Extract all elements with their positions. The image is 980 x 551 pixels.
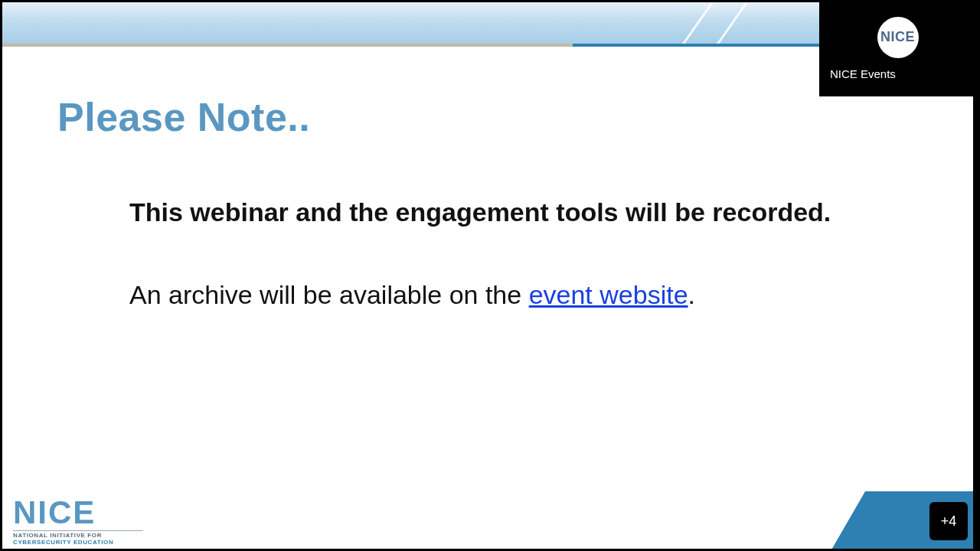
body-line-archive-post: . <box>688 280 695 309</box>
more-participants-badge[interactable]: +4 <box>929 502 968 540</box>
slide-body: This webinar and the engagement tools wi… <box>129 195 857 311</box>
participant-name-label: NICE Events <box>830 67 896 80</box>
banner-diagonal-line <box>691 2 772 44</box>
participant-avatar: NICE <box>877 17 919 58</box>
body-line-archive-pre: An archive will be available on the <box>129 280 529 309</box>
event-website-link[interactable]: event website <box>529 280 688 309</box>
nice-logo-text: NICE <box>13 497 143 529</box>
slide-title: Please Note.. <box>57 94 310 140</box>
participant-tile[interactable]: NICE NICE Events <box>819 0 976 96</box>
nice-logo-sub1: NATIONAL INITIATIVE FOR <box>13 530 143 539</box>
body-line-archive: An archive will be available on the even… <box>129 278 857 311</box>
nice-footer-logo: NICE NATIONAL INITIATIVE FOR CYBERSECURI… <box>13 497 143 546</box>
underline-left <box>2 44 573 47</box>
stage: Please Note.. This webinar and the engag… <box>0 0 980 551</box>
banner-diagonal-line <box>656 2 737 44</box>
nice-logo-sub2: CYBERSECURITY EDUCATION <box>13 539 143 546</box>
body-line-recorded: This webinar and the engagement tools wi… <box>129 195 857 229</box>
